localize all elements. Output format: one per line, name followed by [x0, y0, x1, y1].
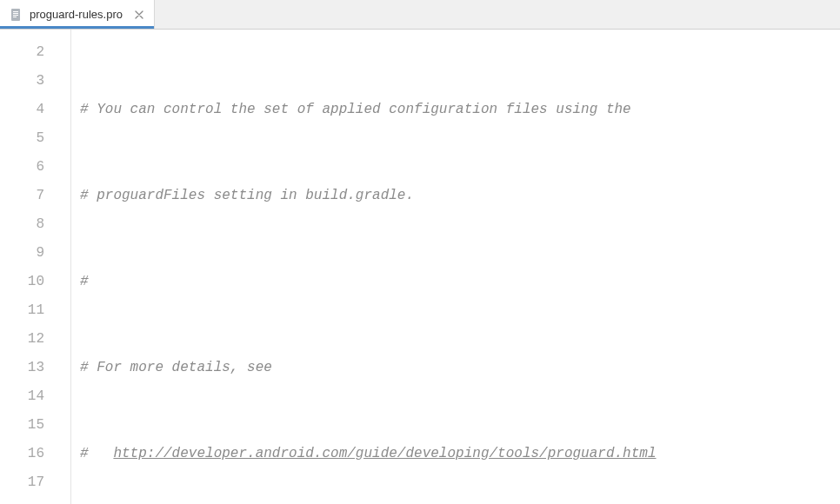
- svg-rect-2: [13, 13, 18, 14]
- file-icon: [9, 8, 23, 22]
- code-area[interactable]: # You can control the set of applied con…: [71, 30, 840, 504]
- line-number: 14: [0, 382, 70, 411]
- close-icon[interactable]: [133, 9, 145, 21]
- gutter: 234567891011121314151617: [0, 30, 71, 504]
- line-number: 17: [0, 468, 70, 497]
- line-number: 12: [0, 325, 70, 354]
- line-number: 7: [0, 182, 70, 210]
- svg-rect-4: [13, 17, 17, 17]
- code-line: # proguardFiles setting in build.gradle.: [80, 182, 840, 210]
- code-line: # http://developer.android.com/guide/dev…: [80, 440, 840, 468]
- svg-rect-1: [13, 11, 18, 12]
- line-number: 2: [0, 38, 70, 67]
- line-number: 5: [0, 124, 70, 153]
- editor: 234567891011121314151617 # You can contr…: [0, 30, 840, 504]
- code-line: #: [80, 268, 840, 296]
- code-line: # You can control the set of applied con…: [80, 96, 840, 124]
- line-number: 3: [0, 67, 70, 96]
- line-number: 15: [0, 411, 70, 440]
- line-number: 6: [0, 153, 70, 182]
- line-number: 13: [0, 354, 70, 382]
- code-line: # For more details, see: [80, 354, 840, 382]
- line-number: 11: [0, 296, 70, 325]
- line-number: 16: [0, 440, 70, 468]
- line-number: 4: [0, 96, 70, 124]
- line-number: 9: [0, 239, 70, 268]
- svg-rect-3: [13, 15, 18, 16]
- tab-bar: proguard-rules.pro: [0, 0, 840, 30]
- line-number: 10: [0, 268, 70, 296]
- line-number: 8: [0, 210, 70, 239]
- tab-label: proguard-rules.pro: [30, 8, 123, 21]
- tab-proguard-rules[interactable]: proguard-rules.pro: [0, 0, 155, 29]
